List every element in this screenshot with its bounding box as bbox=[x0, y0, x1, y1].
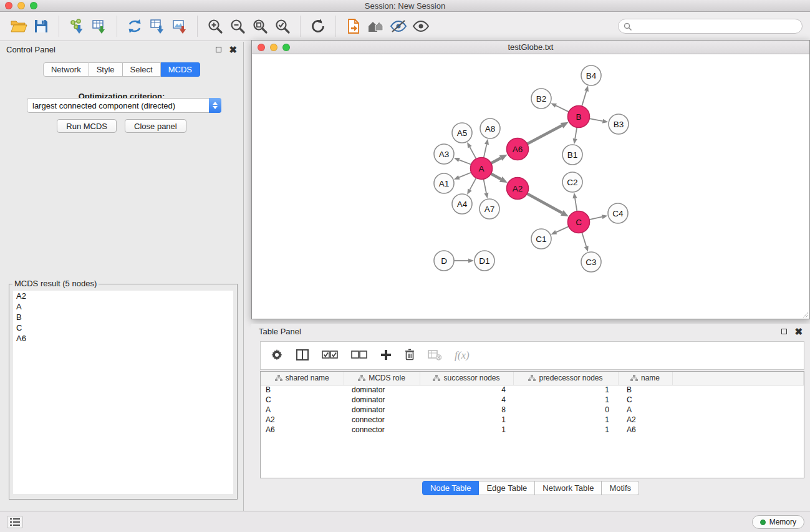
table-cell[interactable]: 1 bbox=[513, 385, 618, 395]
table-cell[interactable]: 1 bbox=[513, 415, 618, 425]
close-panel-button[interactable]: Close panel bbox=[125, 119, 186, 133]
table-row[interactable]: A2connector11A2 bbox=[261, 415, 804, 425]
open-panel-button[interactable] bbox=[342, 14, 365, 38]
clone-network-button[interactable] bbox=[146, 14, 168, 38]
tab-edge-table[interactable]: Edge Table bbox=[479, 481, 535, 495]
column-header-predecessor-nodes[interactable]: predecessor nodes bbox=[513, 372, 618, 385]
graph-edge-A-A3[interactable] bbox=[459, 160, 471, 164]
graph-edge-A-A4[interactable] bbox=[470, 178, 476, 190]
table-cell[interactable]: A bbox=[261, 405, 344, 415]
table-row[interactable]: A6connector11A6 bbox=[261, 425, 804, 435]
float-panel-icon[interactable] bbox=[216, 47, 221, 52]
table-row[interactable]: Bdominator41B bbox=[261, 385, 804, 395]
create-column-button[interactable] bbox=[380, 349, 392, 362]
network-canvas[interactable]: B4B2BB3A5A8A6B1A3AC2A1A2A4A7C4CC1C3DD1 bbox=[252, 54, 809, 319]
tab-node-table[interactable]: Node Table bbox=[422, 481, 480, 495]
tab-network-table[interactable]: Network Table bbox=[535, 481, 602, 495]
graph-edge-A-A8[interactable] bbox=[484, 144, 487, 158]
float-table-panel-icon[interactable] bbox=[781, 329, 787, 334]
column-header-shared-name[interactable]: shared name bbox=[261, 372, 344, 385]
select-all-button[interactable] bbox=[322, 351, 338, 361]
criterion-dropdown[interactable]: largest connected component (directed) bbox=[27, 98, 221, 113]
run-mcds-button[interactable]: Run MCDS bbox=[57, 119, 117, 133]
table-row[interactable]: Adominator80A bbox=[261, 405, 804, 415]
search-field[interactable] bbox=[618, 19, 803, 34]
import-network-from-file-button[interactable] bbox=[65, 14, 88, 38]
table-cell[interactable]: connector bbox=[344, 425, 420, 435]
deselect-all-button[interactable] bbox=[351, 351, 367, 361]
result-item[interactable]: A6 bbox=[13, 333, 233, 344]
zoom-selected-button[interactable] bbox=[271, 14, 294, 38]
table-cell[interactable]: 1 bbox=[420, 425, 513, 435]
graph-edge-A-A2[interactable] bbox=[491, 173, 501, 179]
table-cell[interactable]: B bbox=[618, 385, 672, 395]
network-window-titlebar[interactable]: testGlobe.txt bbox=[252, 41, 809, 54]
graph-edge-B-B1[interactable] bbox=[575, 127, 577, 138]
table-cell[interactable]: C bbox=[261, 395, 344, 405]
graph-edge-A-A5[interactable] bbox=[470, 147, 476, 159]
table-cell[interactable]: A6 bbox=[261, 425, 344, 435]
result-item[interactable]: A2 bbox=[13, 291, 233, 301]
tab-mcds[interactable]: MCDS bbox=[161, 62, 200, 77]
table-cell[interactable]: 1 bbox=[420, 415, 513, 425]
tab-select[interactable]: Select bbox=[123, 62, 161, 77]
column-header-name[interactable]: name bbox=[618, 372, 672, 385]
table-cell[interactable]: 0 bbox=[513, 405, 618, 415]
table-cell[interactable]: 4 bbox=[420, 395, 513, 405]
node-table[interactable]: shared name MCDS role successor nodes pr… bbox=[260, 371, 804, 478]
result-item[interactable]: A bbox=[13, 301, 233, 312]
table-cell[interactable]: dominator bbox=[344, 405, 420, 415]
result-item[interactable]: C bbox=[13, 322, 233, 333]
column-header-mcds-role[interactable]: MCDS role bbox=[344, 372, 420, 385]
graph-edge-B-B3[interactable] bbox=[589, 118, 602, 121]
graph-edge-A6-B[interactable] bbox=[527, 125, 562, 144]
close-table-panel-icon[interactable]: ✖ bbox=[794, 327, 803, 336]
table-cell[interactable]: dominator bbox=[344, 395, 420, 405]
zoom-out-button[interactable] bbox=[226, 14, 249, 38]
delete-table-button[interactable] bbox=[428, 349, 441, 362]
tab-network[interactable]: Network bbox=[43, 62, 89, 77]
table-cell[interactable]: A6 bbox=[618, 425, 672, 435]
table-cell[interactable]: C bbox=[618, 395, 672, 405]
result-item[interactable]: B bbox=[13, 312, 233, 322]
refresh-view-button[interactable] bbox=[307, 14, 329, 38]
memory-indicator[interactable]: Memory bbox=[752, 515, 804, 529]
table-row[interactable]: Cdominator41C bbox=[261, 395, 804, 405]
export-image-button[interactable] bbox=[168, 14, 191, 38]
resize-grip-icon[interactable] bbox=[801, 311, 809, 318]
import-table-from-file-button[interactable] bbox=[88, 14, 110, 38]
tab-style[interactable]: Style bbox=[89, 62, 123, 77]
show-graphics-button[interactable] bbox=[410, 14, 432, 38]
table-cell[interactable]: 1 bbox=[513, 395, 618, 405]
table-cell[interactable]: 1 bbox=[513, 425, 618, 435]
graph-edge-A-A6[interactable] bbox=[491, 158, 501, 163]
graph-edge-B-B2[interactable] bbox=[556, 105, 569, 112]
table-cell[interactable]: A2 bbox=[261, 415, 344, 425]
network-graph[interactable]: B4B2BB3A5A8A6B1A3AC2A1A2A4A7C4CC1C3DD1 bbox=[252, 54, 809, 319]
close-panel-icon[interactable]: ✖ bbox=[229, 45, 237, 54]
search-input[interactable] bbox=[635, 22, 797, 31]
delete-column-button[interactable] bbox=[405, 349, 415, 362]
function-builder-button[interactable]: f(x) bbox=[455, 349, 470, 362]
command-console-button[interactable] bbox=[7, 516, 23, 528]
zoom-fit-button[interactable] bbox=[249, 14, 271, 38]
column-header-successor-nodes[interactable]: successor nodes bbox=[420, 372, 513, 385]
graph-edge-A-A1[interactable] bbox=[459, 172, 471, 177]
graph-edge-C-C1[interactable] bbox=[556, 226, 569, 232]
tab-motifs[interactable]: Motifs bbox=[602, 481, 639, 495]
graph-edge-A-A7[interactable] bbox=[483, 179, 486, 193]
table-cell[interactable]: B bbox=[261, 385, 344, 395]
home-view-button[interactable] bbox=[365, 14, 387, 38]
hide-graphics-button[interactable] bbox=[387, 14, 410, 38]
show-columns-button[interactable] bbox=[296, 349, 309, 362]
graph-edge-A2-C[interactable] bbox=[527, 193, 562, 213]
table-cell[interactable]: 4 bbox=[420, 385, 513, 395]
table-cell[interactable]: A2 bbox=[618, 415, 672, 425]
table-cell[interactable]: 8 bbox=[420, 405, 513, 415]
table-settings-button[interactable] bbox=[271, 349, 283, 363]
mcds-result-list[interactable]: A2ABCA6 bbox=[13, 291, 233, 494]
zoom-in-button[interactable] bbox=[204, 14, 226, 38]
graph-edge-C-C4[interactable] bbox=[589, 217, 602, 220]
table-cell[interactable]: dominator bbox=[344, 385, 420, 395]
graph-edge-C-C3[interactable] bbox=[582, 233, 586, 246]
